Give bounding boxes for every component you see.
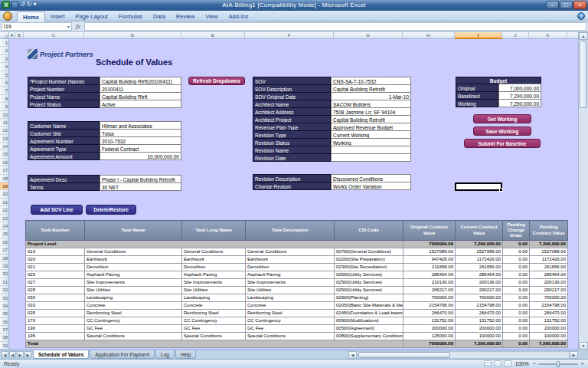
row-header-19[interactable]: 19 xyxy=(0,182,8,190)
row-header-31[interactable]: 31 xyxy=(0,278,8,286)
get-working-button[interactable]: Get Working xyxy=(473,114,531,123)
formula-input[interactable] xyxy=(84,22,586,31)
zoom-slider-thumb[interactable] xyxy=(557,361,560,367)
row-header-39[interactable]: 39 xyxy=(0,342,8,350)
ribbon-tab-review[interactable]: Review xyxy=(171,12,201,21)
row-header-18[interactable]: 18 xyxy=(0,175,8,182)
row-header-17[interactable]: 17 xyxy=(0,166,8,174)
row-header-4[interactable]: 4 xyxy=(0,63,8,71)
column-header-j[interactable]: J xyxy=(502,32,529,39)
vertical-scrollbar[interactable]: ▲ ▼ xyxy=(578,32,588,350)
undo-icon[interactable]: ↺ xyxy=(20,1,25,8)
submit-for-baseline-button[interactable]: Submit For Baseline xyxy=(464,139,541,148)
save-working-button[interactable]: Save Working xyxy=(473,127,531,136)
row-header-30[interactable]: 30 xyxy=(0,270,8,278)
task-row-020[interactable]: 020EarthworkEarthworkEarthwork02200(Site… xyxy=(26,256,568,264)
customer-value-agreement-amount[interactable]: 10,000,000.00 xyxy=(100,152,181,160)
row-header-33[interactable]: 33 xyxy=(0,294,8,302)
ribbon-tab-insert[interactable]: Insert xyxy=(45,12,70,21)
vscroll-up-icon[interactable]: ▲ xyxy=(579,32,588,40)
last-sheet-icon[interactable]: ▶ xyxy=(24,351,31,358)
name-box[interactable]: I19 ▾ xyxy=(2,22,72,31)
row-header-32[interactable]: 32 xyxy=(0,286,8,294)
column-header-c[interactable]: C xyxy=(24,32,84,39)
row-header-35[interactable]: 35 xyxy=(0,310,8,317)
select-all-corner[interactable] xyxy=(0,32,9,39)
task-row-195[interactable]: 195Special ConditionsSpecial ConditionsS… xyxy=(26,333,568,340)
vscroll-thumb[interactable] xyxy=(580,41,587,108)
minimize-button[interactable]: – xyxy=(546,1,559,9)
row-header-10[interactable]: 10 xyxy=(0,111,8,119)
first-sheet-icon[interactable]: ◀ xyxy=(2,351,8,358)
zoom-level[interactable]: 100% xyxy=(514,361,531,366)
row-header-26[interactable]: 26 xyxy=(0,238,8,246)
task-row-170[interactable]: 170CC ContingencyCC ContingencyCC Contin… xyxy=(26,317,568,325)
ribbon-tab-page-layout[interactable]: Page Layout xyxy=(70,12,113,21)
ribbon-tab-view[interactable]: View xyxy=(200,12,223,21)
column-header-d[interactable]: D xyxy=(84,32,181,39)
row-header-14[interactable]: 14 xyxy=(0,143,8,150)
add-sov-line-button[interactable]: Add SOV Line xyxy=(31,205,83,215)
column-header-f[interactable]: F xyxy=(245,32,334,39)
sheet-tab-log[interactable]: Log xyxy=(155,350,175,359)
next-sheet-icon[interactable]: ▶ xyxy=(17,351,24,358)
delete-restore-button[interactable]: Delete/Restore xyxy=(86,205,136,215)
task-row-021[interactable]: 021DemolitionDemolitionDemolition02300(S… xyxy=(26,264,568,271)
task-row-010[interactable]: 010General ConditionsGeneral ConditionsG… xyxy=(26,248,568,256)
task-row-033[interactable]: 033ConcreteConcreteConcrete02050(Basic S… xyxy=(26,302,568,310)
task-row-025[interactable]: 025Asphault PavingAsphault PavingAsphaul… xyxy=(26,271,568,279)
task-row-030[interactable]: 030LandscapingLandscapingLandscaping0290… xyxy=(26,294,568,302)
row-header-21[interactable]: 21 xyxy=(0,199,8,206)
zoom-slider[interactable] xyxy=(538,363,578,365)
row-header-6[interactable]: 6 xyxy=(0,79,8,87)
row-header-24[interactable]: 24 xyxy=(0,222,8,230)
project-value-project-status[interactable]: Active xyxy=(100,100,181,108)
help-icon[interactable]: ? xyxy=(577,12,585,20)
redo-icon[interactable]: ↻ xyxy=(27,1,32,8)
office-button[interactable] xyxy=(3,12,12,21)
customer-value-terms[interactable]: 30 NET xyxy=(100,182,181,191)
row-header-12[interactable]: 12 xyxy=(0,127,8,134)
column-header-k[interactable]: K xyxy=(529,32,567,39)
row-header-5[interactable]: 5 xyxy=(0,71,8,79)
budget-value-working[interactable]: 7,290,000.00 xyxy=(498,99,541,107)
row-header-3[interactable]: 3 xyxy=(0,55,8,63)
save-icon[interactable] xyxy=(11,2,18,8)
ribbon-tab-formulas[interactable]: Formulas xyxy=(113,12,148,21)
task-row-027[interactable]: 027Site ImprovementsSite ImprovementsSit… xyxy=(26,279,568,287)
row-header-11[interactable]: 11 xyxy=(0,119,8,127)
prev-sheet-icon[interactable]: ◀ xyxy=(9,351,16,358)
row-header-25[interactable]: 25 xyxy=(0,230,8,238)
name-box-dropdown-icon[interactable]: ▾ xyxy=(67,24,70,29)
row-header-13[interactable]: 13 xyxy=(0,135,8,143)
sheet-tab-help[interactable]: Help xyxy=(175,350,196,359)
task-row-035[interactable]: 035Reinforcing SteelReinforcing SteelRei… xyxy=(26,310,568,317)
sheet-tab-schedule-of-values[interactable]: Schedule of Values xyxy=(33,350,89,359)
row-header-22[interactable]: 22 xyxy=(0,206,8,214)
column-header-b[interactable]: B xyxy=(15,32,24,39)
ribbon-tab-add-ins[interactable]: Add-Ins xyxy=(224,12,254,21)
row-header-1[interactable]: 1 xyxy=(0,39,8,47)
horizontal-scrollbar[interactable]: ◀ ▶ xyxy=(348,350,578,359)
sheet-tab-application-for-payment[interactable]: Application For Payment xyxy=(90,350,155,359)
column-header-g[interactable]: G xyxy=(334,32,403,39)
row-header-15[interactable]: 15 xyxy=(0,150,8,158)
zoom-out-icon[interactable]: − xyxy=(533,360,537,367)
row-header-7[interactable]: 7 xyxy=(0,87,8,94)
row-header-27[interactable]: 27 xyxy=(0,246,8,254)
task-row-190[interactable]: 190GC FeeGC FeeGC Fee00500(Agreement)200… xyxy=(26,325,568,333)
column-header-e[interactable]: E xyxy=(181,32,245,39)
row-header-16[interactable]: 16 xyxy=(0,159,8,166)
row-header-28[interactable]: 28 xyxy=(0,255,8,262)
ribbon-tab-home[interactable]: Home xyxy=(17,12,45,21)
vscroll-down-icon[interactable]: ▼ xyxy=(579,342,588,350)
row-header-2[interactable]: 2 xyxy=(0,47,8,54)
sov-value-revision-date[interactable] xyxy=(331,153,411,162)
close-button[interactable]: × xyxy=(573,1,586,9)
normal-view-icon[interactable] xyxy=(484,360,492,367)
hscroll-track[interactable] xyxy=(357,351,570,359)
zoom-in-icon[interactable]: + xyxy=(580,360,584,367)
row-header-8[interactable]: 8 xyxy=(0,95,8,103)
column-header-h[interactable]: H xyxy=(403,32,455,39)
task-row-028[interactable]: 028Site UtilitiesSite UtilitiesSite Util… xyxy=(26,287,568,294)
